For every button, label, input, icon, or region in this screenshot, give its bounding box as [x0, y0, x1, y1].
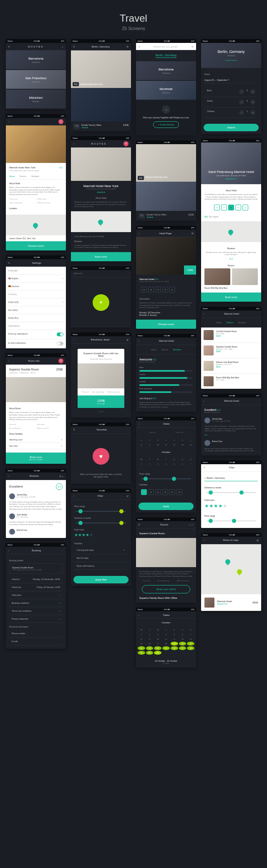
- calendar[interactable]: MTWTFSS 1234567 891011121314 15161718192…: [136, 626, 196, 656]
- screen-hotel-page: Sketch9:41 AM42% ‹Hotel Page⊞ 120$ Marri…: [136, 226, 196, 329]
- city-barcelona[interactable]: Barcelona 245 Hotels: [6, 50, 66, 69]
- email-toggle-row[interactable]: E-mail notifications: [6, 339, 66, 348]
- conditions-label[interactable]: Booking conditions: [12, 602, 29, 604]
- app-logo: ROUTES: [10, 45, 62, 48]
- sort-icon[interactable]: ⇅ +: [59, 475, 63, 478]
- star-picker[interactable]: ★★★★★: [204, 503, 258, 509]
- currency-dollar[interactable]: Dollar (US)✓: [6, 298, 66, 306]
- toggle-off[interactable]: [57, 342, 63, 345]
- status-bar: Sketch9:41 AM42%: [6, 39, 66, 43]
- hotel-card[interactable]: [136, 182, 196, 211]
- room-thumb[interactable]: [232, 268, 258, 285]
- facility-row[interactable]: Bed for baby: [74, 554, 128, 562]
- amenity-icon[interactable]: ⊙: [169, 287, 175, 293]
- terms-label[interactable]: Terms and conditions: [12, 610, 31, 612]
- room-price: 250$: [56, 368, 63, 371]
- dest-montreal[interactable]: Montreal158 Hotels: [136, 81, 196, 100]
- grid-icon[interactable]: ⊞: [191, 232, 194, 235]
- facility-row[interactable]: Room with balcony: [74, 562, 128, 570]
- hotel-thumb[interactable]: [204, 598, 214, 608]
- full-map[interactable]: [201, 544, 261, 594]
- city-sf[interactable]: San Francisco 198 Hotels: [6, 70, 66, 89]
- email-input[interactable]: E-mail: [12, 640, 18, 643]
- hotel-card[interactable]: [71, 88, 131, 121]
- room-row[interactable]: Deluxe One Bead RoomBreakfast · Free wi-…: [201, 358, 261, 374]
- book-button[interactable]: Book room: [71, 252, 131, 261]
- location-map[interactable]: [201, 221, 261, 242]
- search-icon[interactable]: ⌕: [62, 45, 63, 48]
- room-photo[interactable]: [6, 377, 66, 402]
- search-button[interactable]: Search: [204, 124, 259, 131]
- apply-button[interactable]: Apply: [139, 503, 194, 510]
- hotel-name: Marriott Hotel New York: [9, 166, 35, 169]
- distance-slider[interactable]: [76, 523, 126, 523]
- book-button[interactable]: Book room: [201, 293, 261, 302]
- choose-rooms-button[interactable]: Choose rooms: [6, 241, 66, 250]
- ac-icon: ⊙: [9, 202, 10, 204]
- children-stepper[interactable]: −1+: [239, 110, 255, 115]
- amenity-icon[interactable]: ⊙: [148, 287, 154, 293]
- city-munchen[interactable]: München 98 Hotels: [6, 90, 66, 108]
- price-slider[interactable]: [206, 520, 256, 521]
- favorite-button[interactable]: ♥: [58, 119, 63, 124]
- room-row[interactable]: Comfort Double RoomFor 1 night$220: [201, 328, 261, 343]
- amenity-icon[interactable]: ⊙: [141, 287, 147, 293]
- calendar[interactable]: 1234567 891011121314: [136, 437, 196, 448]
- room-row[interactable]: Superior Double RoomBreakfast · For 1 ni…: [201, 343, 261, 358]
- room-row[interactable]: Room With Big Size BedFor 1 night: [201, 374, 261, 389]
- room-photo[interactable]: [136, 538, 196, 567]
- reset-icon[interactable]: ↺: [126, 495, 128, 498]
- filter-icon[interactable]: ⊚: [126, 45, 128, 48]
- book-room-button[interactable]: Book room Expires in 3 nights: [6, 453, 66, 464]
- phone-input[interactable]: Phone number: [12, 632, 25, 635]
- tab-rooms[interactable]: Rooms: [20, 175, 26, 178]
- favorite-button[interactable]: ♥: [58, 358, 63, 363]
- hotel-hero: [71, 148, 131, 181]
- lang-english[interactable]: 🇺🇸 English✓: [6, 275, 66, 283]
- beds-stepper[interactable]: −2+: [239, 89, 255, 94]
- privacy-label[interactable]: Privacy statement: [12, 618, 28, 620]
- location-circle-icon[interactable]: ⌖: [93, 294, 109, 311]
- distance-slider[interactable]: [206, 492, 256, 493]
- invite-button[interactable]: + Invite friends: [153, 121, 179, 128]
- favorite-button[interactable]: ♥: [123, 141, 128, 146]
- lang-deutsch[interactable]: 🇩🇪 Deutsch: [6, 283, 66, 290]
- back-icon[interactable]: ‹: [8, 120, 9, 123]
- excellent-label: Excellent: [9, 485, 23, 488]
- location-map[interactable]: [71, 211, 131, 232]
- toggle-on[interactable]: [57, 333, 63, 336]
- screen-filter-white: Sketch9:41 AM42% ≡Filter ⌕ Berlin, Germa…: [201, 460, 261, 528]
- filter-icon[interactable]: ⊚: [126, 338, 128, 341]
- filter-icon[interactable]: ⊚: [257, 539, 259, 542]
- book-button[interactable]: Book room 125 $: [142, 585, 190, 593]
- push-toggle-row[interactable]: Push-up notifications: [6, 330, 66, 339]
- price-slider[interactable]: [141, 478, 191, 479]
- location-input[interactable]: ⌕ Berlin, Germany: [204, 475, 258, 481]
- hotel-address: 5 East 40th Street, New York, NY 10016: [9, 170, 63, 172]
- search-input[interactable]: Where are you going?: [140, 45, 191, 48]
- screen-map: Sketch9:41 AM42% ‹Show on map⊚ Marriott …: [201, 533, 261, 611]
- counter-label: 4 of 16: [78, 410, 124, 413]
- dest-barcelona[interactable]: Barcelona245 Hotels: [136, 61, 196, 80]
- tab-about[interactable]: About: [9, 175, 15, 178]
- choose-rooms-button[interactable]: Choose rooms: [136, 320, 196, 329]
- tab-reviews[interactable]: Reviews: [31, 175, 39, 178]
- star-picker[interactable]: ★★★★★: [74, 533, 128, 537]
- review-text: I'm really a big fan of using overnighte…: [9, 501, 63, 510]
- dates-input[interactable]: August 25 — September 7: [204, 77, 258, 83]
- price-slider[interactable]: [76, 511, 126, 512]
- room-photo[interactable]: [78, 363, 124, 388]
- hotel-name: Marriott Hotel New York: [74, 184, 128, 188]
- currency-ruble[interactable]: Ruble (Ru): [6, 314, 66, 322]
- destination-berlin[interactable]: Berlin, Germany: [156, 54, 177, 58]
- amenity-icon[interactable]: ⊙: [162, 287, 168, 293]
- facility-row[interactable]: One big size bead✓: [74, 546, 128, 554]
- filter-icon[interactable]: ⊚: [191, 45, 194, 48]
- change-location-link[interactable]: Change location: [205, 59, 257, 61]
- room-thumb[interactable]: [204, 268, 230, 285]
- currency-euro[interactable]: Euro (EU): [6, 306, 66, 314]
- location-map[interactable]: [6, 215, 66, 235]
- adults-stepper[interactable]: −4+: [239, 100, 255, 105]
- apply-filter-button[interactable]: Apply filter: [73, 576, 128, 583]
- amenity-icon[interactable]: ⊙: [155, 287, 161, 293]
